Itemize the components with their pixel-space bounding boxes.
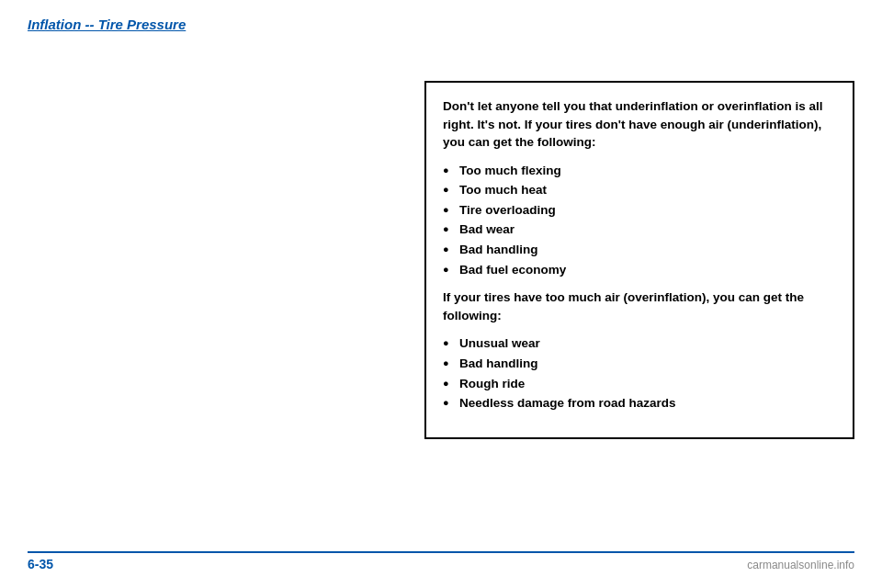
- list-item: Bad fuel economy: [443, 260, 836, 280]
- list-item: Bad handling: [443, 240, 836, 260]
- list-item: Tire overloading: [443, 200, 836, 220]
- list-item: Too much heat: [443, 180, 836, 200]
- footer-divider: [28, 551, 854, 553]
- watermark: carmanualsonline.info: [747, 559, 854, 571]
- list-item: Bad wear: [443, 220, 836, 240]
- overinflation-intro: If your tires have too much air (overinf…: [443, 288, 836, 324]
- page-number: 6-35: [28, 557, 53, 571]
- list-item: Too much flexing: [443, 161, 836, 181]
- underinflation-intro: Don't let anyone tell you that underinfl…: [443, 97, 836, 152]
- list-item: Rough ride: [443, 374, 836, 394]
- list-item: Needless damage from road hazards: [443, 393, 836, 413]
- overinflation-list: Unusual wear Bad handling Rough ride Nee…: [443, 334, 836, 413]
- underinflation-list: Too much flexing Too much heat Tire over…: [443, 161, 836, 280]
- list-item: Unusual wear: [443, 334, 836, 354]
- info-box: Don't let anyone tell you that underinfl…: [424, 81, 854, 439]
- page-title: Inflation -- Tire Pressure: [28, 17, 186, 32]
- list-item: Bad handling: [443, 354, 836, 374]
